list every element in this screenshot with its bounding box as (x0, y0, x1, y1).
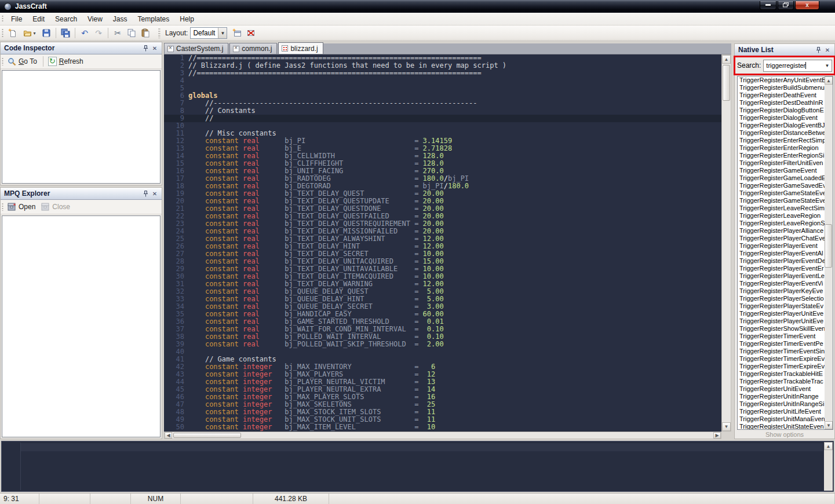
menu-help[interactable]: Help (174, 13, 199, 25)
native-list-item[interactable]: TriggerRegisterEnterRegionSi (738, 152, 825, 159)
native-list-item[interactable]: TriggerRegisterTimerEventSin (738, 348, 825, 355)
close-icon[interactable]: ✕ (823, 46, 832, 54)
output-scrollbar[interactable]: ▲ (824, 442, 833, 491)
native-list-item[interactable]: TriggerRegisterGameStateEve (738, 197, 825, 204)
native-list-item[interactable]: TriggerRegisterTrackableTrac (738, 378, 825, 385)
native-list-item[interactable]: TriggerRegisterUnitManaEven (738, 415, 825, 423)
delete-layout-button[interactable] (244, 27, 258, 39)
cut-button[interactable]: ✂ (111, 27, 125, 39)
tab-close-icon[interactable] (167, 46, 174, 52)
native-list-item[interactable]: TriggerRegisterUnitEvent (738, 385, 825, 393)
native-list-item[interactable]: TriggerRegisterFilterUnitEven (738, 159, 825, 167)
native-list-header[interactable]: Native List ✕ (735, 44, 834, 56)
toolbar-grip[interactable] (158, 28, 161, 38)
native-list-item[interactable]: TriggerRegisterUnitLifeEvent (738, 408, 825, 415)
scroll-up-arrow[interactable]: ▲ (825, 76, 833, 85)
native-function-list[interactable]: TriggerRegisterAnyUnitEventBTriggerRegis… (737, 76, 833, 430)
native-list-item[interactable]: TriggerRegisterLeaveRegionS (738, 220, 825, 227)
native-list-item[interactable]: TriggerRegisterGameEvent (738, 167, 825, 174)
close-button[interactable]: x (795, 1, 819, 10)
scroll-right-arrow[interactable]: ▶ (713, 432, 721, 439)
tab-close-icon[interactable] (233, 46, 239, 52)
native-list-item[interactable]: TriggerRegisterUnitInRangeSi (738, 400, 825, 408)
native-list-item[interactable]: TriggerRegisterDialogEventBJ (738, 122, 825, 129)
native-list-item[interactable]: TriggerRegisterPlayerUnitEve (738, 310, 825, 317)
undo-button[interactable]: ↶ (78, 27, 92, 39)
scrollbar-thumb[interactable] (723, 65, 730, 101)
modified-indicator-icon[interactable] (282, 45, 288, 52)
redo-button[interactable]: ↷ (92, 27, 105, 39)
native-list-item[interactable]: TriggerRegisterPlayerEventLe (738, 272, 825, 280)
copy-button[interactable] (125, 27, 138, 39)
editor-vertical-scrollbar[interactable]: ▲ ▼ (721, 54, 731, 432)
native-list-item[interactable]: TriggerRegisterGameStateEve (738, 189, 825, 197)
pin-icon[interactable] (814, 46, 823, 54)
native-list-item[interactable]: TriggerRegisterPlayerEventEr (738, 265, 825, 272)
layout-select[interactable]: Default ▼ (190, 27, 227, 39)
menu-file[interactable]: File (6, 13, 27, 25)
mpq-open-button[interactable]: Open (5, 202, 39, 212)
native-list-item[interactable]: TriggerRegisterBuildSubmenuE (738, 84, 825, 92)
native-list-item[interactable]: TriggerRegisterPlayerUnitEve (738, 317, 825, 325)
native-list-item[interactable]: TriggerRegisterPlayerKeyEve (738, 287, 825, 295)
layout-dropdown-arrow[interactable]: ▼ (218, 28, 227, 38)
tab-common.j[interactable]: common.j (229, 43, 277, 54)
native-list-item[interactable]: TriggerRegisterLeaveRegion (738, 212, 825, 220)
native-list-item[interactable]: TriggerRegisterUnitInRange (738, 393, 825, 400)
save-button[interactable] (39, 27, 53, 39)
native-list-item[interactable]: TriggerRegisterDestDeathInR (738, 99, 825, 107)
tab-CasterSystem.j[interactable]: CasterSystem.j (164, 43, 228, 54)
refresh-button[interactable]: ↻ Refresh (46, 56, 87, 67)
search-dropdown-arrow[interactable]: ▼ (823, 60, 832, 71)
scrollbar-thumb[interactable] (825, 224, 832, 268)
open-file-button[interactable]: ▾ (20, 27, 39, 39)
native-list-item[interactable]: TriggerRegisterPlayerChatEve (738, 235, 825, 242)
close-icon[interactable]: ✕ (150, 44, 159, 52)
editor-horizontal-scrollbar[interactable]: ◀ ▶ (164, 432, 721, 439)
native-list-scrollbar[interactable]: ▲ ▼ (825, 76, 833, 429)
menu-search[interactable]: Search (50, 13, 82, 25)
close-icon[interactable]: ✕ (150, 189, 159, 198)
scrollbar-thumb[interactable] (173, 433, 241, 438)
menu-jass[interactable]: Jass (108, 13, 133, 25)
native-search-input[interactable]: triggerregister ▼ (763, 60, 832, 72)
native-list-item[interactable]: TriggerRegisterPlayerEvent (738, 242, 825, 250)
code-editor[interactable]: 1//=====================================… (164, 54, 721, 432)
pin-icon[interactable] (141, 189, 150, 198)
native-list-item[interactable]: TriggerRegisterTimerExpireEv (738, 363, 825, 370)
code-inspector-header[interactable]: Code Inspector ✕ (1, 42, 162, 54)
native-list-item[interactable]: TriggerRegisterEnterRegion (738, 144, 825, 152)
native-list-item[interactable]: TriggerRegisterGameLoadedE (738, 174, 825, 182)
goto-button[interactable]: Go To (5, 56, 41, 67)
scroll-up-arrow[interactable]: ▲ (722, 55, 731, 64)
native-list-item[interactable]: TriggerRegisterPlayerEventAl (738, 250, 825, 257)
code-inspector-content[interactable] (2, 70, 161, 184)
native-list-item[interactable]: TriggerRegisterLeaveRectSim (738, 204, 825, 212)
scroll-left-arrow[interactable]: ◀ (165, 432, 172, 439)
native-list-item[interactable]: TriggerRegisterDialogEvent (738, 114, 825, 122)
native-list-item[interactable]: TriggerRegisterGameSavedEv (738, 182, 825, 189)
mpq-explorer-header[interactable]: MPQ Explorer ✕ (1, 188, 162, 200)
new-file-button[interactable] (6, 27, 20, 39)
native-list-item[interactable]: TriggerRegisterDeathEvent (738, 92, 825, 99)
native-list-item[interactable]: TriggerRegisterEnterRectSimp (738, 137, 825, 144)
minimize-button[interactable] (760, 1, 776, 10)
native-list-item[interactable]: TriggerRegisterAnyUnitEventB (738, 76, 825, 84)
native-list-item[interactable]: TriggerRegisterPlayerEventDe (738, 257, 825, 265)
menu-templates[interactable]: Templates (133, 13, 175, 25)
show-options-link[interactable]: Show options (735, 431, 834, 438)
native-list-item[interactable]: TriggerRegisterUnitStateEven (738, 423, 825, 430)
new-layout-button[interactable] (230, 27, 244, 39)
scroll-up-arrow[interactable]: ▲ (824, 442, 833, 450)
tab-blizzard.j[interactable]: blizzard.j (278, 42, 323, 54)
native-list-item[interactable]: TriggerRegisterPlayerStateEv (738, 302, 825, 310)
save-all-button[interactable] (59, 27, 72, 39)
native-list-item[interactable]: TriggerRegisterTrackableHitE (738, 370, 825, 378)
menu-edit[interactable]: Edit (27, 13, 50, 25)
native-list-item[interactable]: TriggerRegisterPlayerEventVi (738, 280, 825, 287)
native-list-item[interactable]: TriggerRegisterPlayerSelectio (738, 295, 825, 302)
native-list-item[interactable]: TriggerRegisterDistanceBetwe (738, 129, 825, 137)
native-list-item[interactable]: TriggerRegisterShowSkillEven (738, 325, 825, 333)
paste-button[interactable] (138, 27, 152, 39)
scroll-down-arrow[interactable]: ▼ (825, 421, 833, 429)
